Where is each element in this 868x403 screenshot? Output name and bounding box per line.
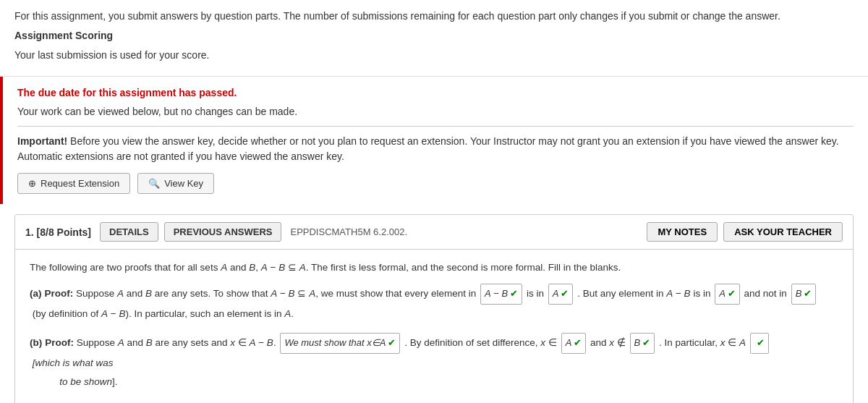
part-b-to-be-shown: to be shown]. (30, 373, 118, 391)
ask-teacher-button[interactable]: ASK YOUR TEACHER (723, 222, 843, 242)
part-a-box4-text: B (796, 285, 802, 303)
button-group: ⊕ Request Extension 🔍 View Key (17, 173, 854, 194)
due-date-text: Your work can be viewed below, but no ch… (17, 106, 854, 117)
part-a-text5: (by definition of A − B). In particular,… (30, 305, 294, 323)
part-a-box2: A ✔ (548, 284, 574, 305)
part-a-text4: and not in (741, 284, 790, 303)
part-a-box1: A − B ✔ (480, 284, 522, 305)
part-a-check2: ✔ (561, 285, 569, 303)
part-a-label: (a) (30, 284, 42, 303)
q-number: 1. (25, 226, 34, 238)
part-b-line2: to be shown]. (30, 373, 838, 391)
part-a-line: (a) Proof: Suppose A and B are any sets.… (30, 284, 838, 323)
part-b-proof-label: Proof: (45, 334, 74, 352)
divider (17, 126, 854, 127)
part-a-box3-text: A (719, 285, 726, 303)
key-icon: 🔍 (148, 178, 160, 189)
part-b-bracket: [which is what was (30, 354, 114, 373)
last-submission-text: Your last submission is used for your sc… (14, 48, 854, 63)
part-b-text3: and x ∉ (587, 334, 628, 352)
my-notes-button[interactable]: MY NOTES (647, 222, 718, 242)
part-b-box1: A ✔ (561, 333, 587, 354)
important-text: Important! Before you view the answer ke… (17, 134, 854, 164)
part-b-must-show-text: We must show that x∈A (284, 334, 386, 352)
part-b-box2-text: B (634, 334, 641, 352)
view-key-label: View Key (164, 178, 203, 189)
view-key-button[interactable]: 🔍 View Key (137, 173, 214, 194)
part-b-box1-text: A (566, 334, 572, 352)
top-info-section: For this assignment, you submit answers … (0, 0, 868, 77)
part-a-box2-text: A (553, 285, 559, 303)
part-a-text3: . But any element in A − B is in (574, 284, 713, 303)
details-tab[interactable]: DETAILS (100, 222, 158, 242)
important-label: Important! (17, 135, 67, 147)
due-date-section: The due date for this assignment has pas… (0, 77, 868, 204)
part-a-text1: Suppose A and B are any sets. To show th… (73, 284, 479, 303)
part-a-text2: is in (524, 284, 547, 303)
question-header: 1. [8/8 Points] DETAILS PREVIOUS ANSWERS… (15, 215, 853, 250)
part-b-label: (b) (30, 334, 42, 352)
part-b-check-final: ✔ (750, 333, 769, 354)
part-a-check3: ✔ (728, 285, 736, 303)
question-body: The following are two proofs that for al… (15, 250, 853, 403)
part-a-proof-label: Proof: (45, 284, 74, 303)
part-a-box3: A ✔ (715, 284, 740, 305)
part-b: (b) Proof: Suppose A and B are any sets … (30, 333, 838, 391)
part-b-text2: . By definition of set difference, x ∈ (401, 334, 559, 352)
part-b-text4: . In particular, x ∈ A (656, 334, 749, 352)
part-b-check1: ✔ (388, 334, 396, 352)
part-b-must-show: We must show that x∈A ✔ (280, 333, 400, 354)
intro-text: The following are two proofs that for al… (30, 262, 621, 273)
part-b-text1: Suppose A and B are any sets and x ∈ A −… (74, 334, 278, 352)
due-date-title: The due date for this assignment has pas… (17, 87, 854, 98)
course-code: EPPDISCMATH5M 6.2.002. (290, 226, 407, 237)
submission-info-text: For this assignment, you submit answers … (14, 9, 854, 24)
scoring-label: Assignment Scoring (14, 28, 854, 43)
part-b-line: (b) Proof: Suppose A and B are any sets … (30, 333, 838, 372)
part-b-check2: ✔ (574, 334, 582, 352)
part-a-box1-text: A − B (485, 285, 508, 303)
question-number: 1. [8/8 Points] (25, 226, 91, 238)
question-intro: The following are two proofs that for al… (30, 260, 838, 276)
part-a-check1: ✔ (510, 285, 518, 303)
previous-answers-tab[interactable]: PREVIOUS ANSWERS (164, 222, 282, 242)
part-a-check4: ✔ (804, 285, 812, 303)
part-b-box2: B ✔ (630, 333, 655, 354)
part-a: (a) Proof: Suppose A and B are any sets.… (30, 284, 838, 323)
part-b-check3: ✔ (642, 334, 650, 352)
request-extension-button[interactable]: ⊕ Request Extension (17, 173, 130, 194)
request-extension-label: Request Extension (41, 178, 119, 189)
q-points: [8/8 Points] (37, 226, 91, 238)
right-buttons: MY NOTES ASK YOUR TEACHER (647, 222, 843, 242)
question-section: 1. [8/8 Points] DETAILS PREVIOUS ANSWERS… (14, 214, 854, 403)
important-body: Before you view the answer key, decide w… (17, 135, 839, 162)
extension-icon: ⊕ (28, 178, 36, 189)
part-b-check4: ✔ (757, 334, 765, 352)
part-a-box4: B ✔ (791, 284, 817, 305)
